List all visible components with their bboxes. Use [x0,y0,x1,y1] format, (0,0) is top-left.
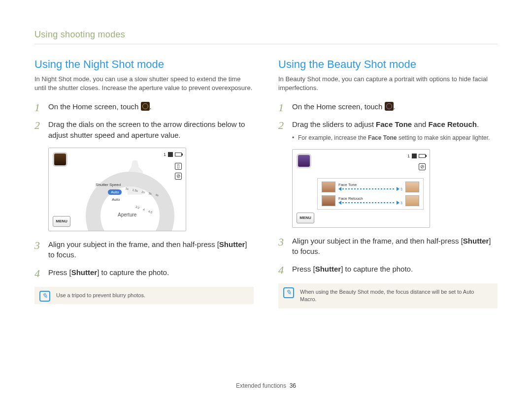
beauty-step-3: Align your subject in the frame, and the… [278,236,498,257]
night-shot-section: Using the Night Shot mode In Night Shot … [34,58,254,308]
status-bar: 1 [164,152,182,157]
card-icon [168,152,173,157]
night-step-3: Align your subject in the frame, and the… [34,239,254,261]
menu-button: MENU [297,213,314,223]
face-tone-thumb-before [322,182,335,192]
night-screen-figure: 1 ▯ ⊘ Shutter Speed Auto Auto 1s1.5s2s3s… [48,148,186,231]
right-icons: ▯ ⊘ [175,163,182,180]
beauty-mode-icon [385,102,394,111]
face-retouch-label: Face Retouch [338,196,366,201]
beauty-shot-title: Using the Beauty Shot mode [278,58,498,71]
face-retouch-slider: 3 [338,201,402,205]
face-tone-row: Face Tone 3 [322,182,419,192]
playback-icon: ▯ [175,163,182,170]
status-bar: 1 [407,154,426,158]
night-shot-intro: In Night Shot mode, you can use a slow s… [34,75,254,93]
arrow-left-icon [338,187,341,191]
beauty-step-1: On the Home screen, touch . [278,101,498,112]
beauty-shot-section: Using the Beauty Shot mode In Beauty Sho… [278,58,498,308]
night-shot-title: Using the Night Shot mode [34,58,254,71]
aperture-auto-label: Auto [112,197,120,202]
night-step-2: Drag the dials on the screen to the arro… [34,119,254,141]
face-retouch-thumb-after [405,195,419,206]
night-step-4: Press [Shutter] to capture the photo. [34,267,254,278]
mode-icon [297,154,311,168]
night-mode-icon [141,102,150,111]
tip-icon: ✎ [39,291,50,302]
arrow-right-icon [397,201,399,205]
slider-panel: Face Tone 3 Face Retouch [317,178,424,210]
page-footer: Extended functions 36 [0,382,532,389]
beauty-step-4: Press [Shutter] to capture the photo. [278,264,498,275]
beauty-sub-bullet: For example, increase the Face Tone sett… [292,134,498,142]
beauty-screen-figure: 1 ⊘ Face Tone 3 [292,149,430,228]
aperture-label: Aperture [118,212,136,217]
face-tone-label: Face Tone [338,183,366,187]
night-tip: ✎ Use a tripod to prevent blurry photos. [34,287,254,304]
flash-icon: ⊘ [175,173,182,180]
beauty-shot-intro: In Beauty Shot mode, you can capture a p… [278,75,498,93]
battery-icon [419,154,426,158]
night-step-1: On the Home screen, touch . [34,101,254,112]
card-icon [412,154,417,158]
shutter-speed-label: Shutter Speed [96,183,121,187]
battery-icon [175,153,182,156]
right-icons: ⊘ [419,163,426,170]
arrow-left-icon [338,201,341,205]
beauty-tip: ✎ When using the Beauty Shot mode, the f… [278,283,498,308]
face-tone-thumb-after [405,182,419,192]
face-retouch-row: Face Retouch 3 [322,195,419,206]
face-retouch-thumb-before [322,195,335,206]
flash-icon: ⊘ [419,163,426,170]
face-tone-slider: 3 [338,187,402,191]
tip-icon: ✎ [283,287,294,298]
mode-icon [53,152,67,167]
breadcrumb: Using shooting modes [34,30,498,40]
shutter-auto-badge: Auto [108,189,122,195]
arrow-right-icon [397,187,399,191]
menu-button: MENU [53,216,70,227]
dial-graphic [86,172,174,231]
divider [34,44,498,44]
beauty-step-2: Drag the sliders to adjust Face Tone and… [278,119,498,142]
